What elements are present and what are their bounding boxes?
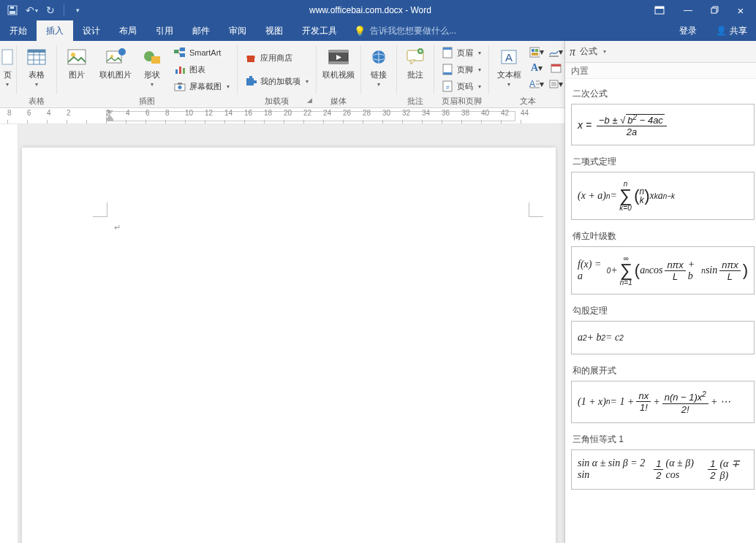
svg-point-29: [178, 86, 182, 89]
minimize-button[interactable]: —: [676, 2, 700, 18]
undo-icon[interactable]: ↶▾: [23, 2, 39, 18]
title-bar: ↶▾ ↻ ▾ www.officebai.com.docx - Word — ×: [0, 0, 756, 20]
equation-button-label: 公式: [580, 45, 597, 58]
online-pictures-button[interactable]: 联机图片: [95, 42, 136, 80]
svg-rect-50: [443, 72, 452, 75]
comment-button[interactable]: 批注: [398, 42, 432, 80]
equation-item-binomial[interactable]: (x + a)n = n∑k=0 (nk) xkan−k: [571, 172, 755, 220]
restore-button[interactable]: [702, 2, 727, 18]
tab-references[interactable]: 引用: [146, 20, 183, 41]
header-button[interactable]: 页眉▾: [439, 45, 484, 61]
equation-item-expansion[interactable]: (1 + x)n = 1 + nx1! + n(n − 1)x22! + ⋯: [571, 381, 755, 422]
shapes-icon: [140, 45, 164, 69]
qat-customize-icon[interactable]: ▾: [69, 2, 86, 18]
equation-gallery-list[interactable]: 二次公式 x = −b ± √b2 − 4ac 2a 二项式定理 (x + a)…: [565, 79, 756, 543]
tab-insert[interactable]: 插入: [37, 20, 73, 41]
ruler-tick: 14: [224, 108, 239, 124]
my-addins-button[interactable]: 我的加载项▾: [242, 73, 311, 89]
group-label-addins: 加载项◢: [239, 96, 314, 107]
equation-gallery-pane: π 公式 ▾ 内置 二次公式 x = −b ± √b2 − 4ac 2a 二项式…: [564, 41, 756, 543]
svg-rect-56: [532, 49, 534, 52]
quick-parts-icon[interactable]: ▾: [529, 45, 544, 59]
tab-start[interactable]: 开始: [0, 20, 37, 41]
save-icon[interactable]: [4, 2, 20, 18]
date-time-icon[interactable]: [548, 61, 563, 75]
wordart-icon[interactable]: A▾: [529, 61, 544, 75]
group-label-illustrations: 插图: [58, 96, 235, 107]
close-button[interactable]: ×: [728, 2, 753, 18]
online-video-button[interactable]: 联机视频: [318, 42, 359, 80]
ruler-tick: [86, 108, 101, 124]
svg-rect-26: [179, 67, 181, 74]
svg-rect-12: [28, 50, 45, 53]
equation-item-title: 二项式定理: [570, 151, 756, 172]
ruler-tick: 34: [422, 108, 436, 124]
links-button[interactable]: 链接▾: [363, 42, 395, 88]
ruler-tick: 44: [521, 108, 535, 124]
pi-icon: π: [570, 45, 575, 58]
ruler-tick: 20: [284, 108, 298, 124]
redo-icon[interactable]: ↻: [42, 2, 58, 18]
svg-rect-65: [551, 64, 561, 67]
page-number-button[interactable]: # 页码▾: [439, 78, 484, 94]
ribbon-display-options-icon[interactable]: [651, 2, 668, 18]
equation-section-builtin: 内置: [565, 63, 756, 79]
comment-icon: [404, 45, 427, 69]
signin-button[interactable]: 登录: [669, 20, 707, 41]
equation-item-quadratic[interactable]: x = −b ± √b2 − 4ac 2a: [571, 104, 755, 145]
svg-rect-22: [180, 53, 185, 57]
tab-developer[interactable]: 开发工具: [292, 20, 347, 41]
drop-cap-icon[interactable]: A▾: [529, 77, 544, 91]
ruler-tick: 6: [27, 108, 42, 124]
share-button[interactable]: 👤 共享: [707, 20, 756, 41]
svg-rect-31: [247, 58, 254, 62]
vertical-ruler[interactable]: [0, 124, 18, 543]
chart-button[interactable]: 图表: [171, 61, 233, 77]
table-button[interactable]: 表格▾: [18, 42, 55, 88]
ribbon-tabs: 开始 插入 设计 布局 引用 邮件 审阅 视图 开发工具 💡 告诉我您想要做什么…: [0, 20, 756, 41]
object-icon[interactable]: ▾: [548, 77, 563, 91]
text-box-button[interactable]: A 文本框▾: [491, 42, 527, 88]
tab-review[interactable]: 审阅: [219, 20, 256, 41]
group-addins: 应用商店 我的加载项▾ 加载项◢: [238, 41, 316, 107]
equation-item-pythagoras[interactable]: a2 + b2 = c2: [571, 321, 755, 354]
ruler-tick: 36: [442, 108, 456, 124]
margin-corner-tl: [93, 202, 107, 217]
cover-page-button[interactable]: 页▾: [0, 42, 15, 88]
ruler-tick: 24: [323, 108, 338, 124]
tell-me-input[interactable]: 告诉我您想要做什么...: [370, 25, 456, 37]
window-title: www.officebai.com.docx - Word: [90, 5, 651, 15]
group-pages: 页▾: [0, 41, 16, 107]
footer-button[interactable]: 页脚▾: [439, 61, 484, 77]
smartart-button[interactable]: SmartArt: [171, 45, 233, 61]
ruler-tick: 42: [501, 108, 515, 124]
pictures-button[interactable]: 图片: [58, 42, 95, 80]
screenshot-button[interactable]: 屏幕截图▾: [171, 78, 233, 94]
ruler-tick: 22: [303, 108, 318, 124]
svg-rect-25: [175, 69, 178, 74]
svg-rect-34: [254, 80, 257, 83]
ruler-tick: 2: [106, 108, 121, 124]
equation-item-trig1[interactable]: sin α ± sin β = 2 sin 12(α ± β) cos 12(α…: [571, 449, 755, 490]
document-page[interactable]: ↵: [22, 148, 556, 543]
tab-view[interactable]: 视图: [256, 20, 292, 41]
svg-rect-20: [174, 50, 178, 53]
my-addins-icon: [245, 75, 257, 87]
addins-launcher-icon[interactable]: ◢: [307, 96, 312, 104]
footer-icon: [442, 64, 453, 75]
tab-layout[interactable]: 布局: [110, 20, 146, 41]
share-label: 共享: [730, 25, 747, 37]
svg-line-24: [178, 52, 180, 55]
equation-dropdown-button[interactable]: π 公式 ▾: [565, 41, 756, 63]
pictures-icon: [65, 45, 88, 69]
store-button[interactable]: 应用商店: [242, 50, 311, 66]
tab-design[interactable]: 设计: [73, 20, 110, 41]
tab-mailings[interactable]: 邮件: [183, 20, 219, 41]
shapes-button[interactable]: 形状▾: [136, 42, 168, 88]
signature-line-icon[interactable]: ▾: [548, 45, 563, 59]
equation-item-fourier[interactable]: f(x) = a0 + ∞∑n=1 (an cos nπxL + bn sin …: [571, 246, 755, 295]
ruler-tick: 32: [402, 108, 417, 124]
group-illustrations: 图片 联机图片 形状▾ SmartArt 图表: [57, 41, 237, 107]
ruler-tick: 26: [343, 108, 358, 124]
svg-rect-67: [551, 82, 556, 86]
